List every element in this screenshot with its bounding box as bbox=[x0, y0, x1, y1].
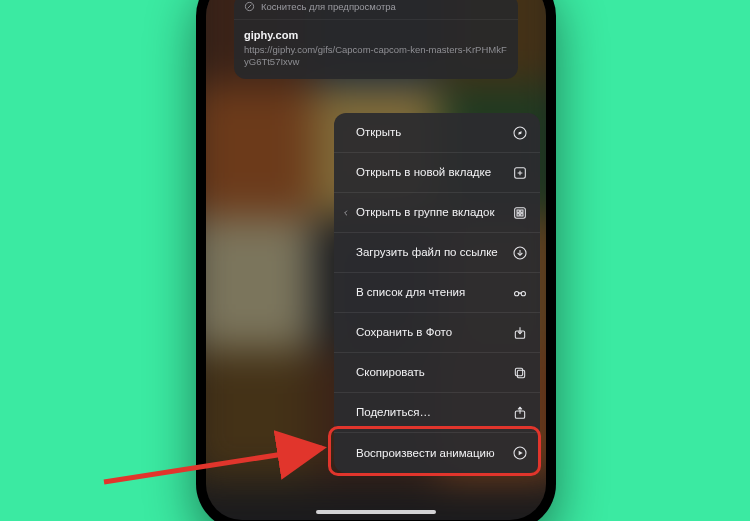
svg-rect-9 bbox=[521, 210, 523, 212]
context-menu: Открыть Открыть в новой вкладке bbox=[334, 113, 540, 473]
svg-marker-23 bbox=[519, 451, 523, 456]
menu-item-label: Воспроизвести анимацию bbox=[356, 446, 503, 460]
save-down-icon bbox=[512, 325, 528, 341]
phone-screen: Коснитесь для предпросмотра giphy.com ht… bbox=[206, 0, 546, 520]
preview-hint-text: Коснитесь для предпросмотра bbox=[261, 1, 396, 12]
plus-square-icon bbox=[512, 165, 528, 181]
home-indicator bbox=[316, 510, 436, 514]
menu-item-open-tab-group[interactable]: Открыть в группе вкладок bbox=[334, 193, 540, 233]
menu-item-label: Сохранить в Фото bbox=[356, 325, 460, 339]
menu-item-label: Открыть в новой вкладке bbox=[356, 165, 499, 179]
chevron-left-icon bbox=[341, 206, 351, 220]
play-circle-icon bbox=[512, 445, 528, 461]
menu-item-open[interactable]: Открыть bbox=[334, 113, 540, 153]
preview-url: https://giphy.com/gifs/Capcom-capcom-ken… bbox=[244, 44, 508, 68]
menu-item-download[interactable]: Загрузить файл по ссылке bbox=[334, 233, 540, 273]
svg-point-14 bbox=[515, 291, 519, 295]
menu-item-label: Загрузить файл по ссылке bbox=[356, 245, 506, 259]
phone-frame: Коснитесь для предпросмотра giphy.com ht… bbox=[196, 0, 556, 521]
preview-domain: giphy.com bbox=[244, 29, 508, 41]
preview-hint-row: Коснитесь для предпросмотра bbox=[234, 0, 518, 20]
svg-rect-18 bbox=[517, 370, 524, 377]
menu-item-save-photo[interactable]: Сохранить в Фото bbox=[334, 313, 540, 353]
svg-rect-10 bbox=[517, 213, 519, 215]
copy-icon bbox=[512, 365, 528, 381]
menu-item-share[interactable]: Поделиться… bbox=[334, 393, 540, 433]
svg-rect-11 bbox=[521, 213, 523, 215]
menu-item-reading-list[interactable]: В список для чтения bbox=[334, 273, 540, 313]
hint-icon bbox=[244, 1, 255, 12]
svg-marker-3 bbox=[518, 131, 521, 134]
menu-item-label: Скопировать bbox=[356, 365, 433, 379]
compass-icon bbox=[512, 125, 528, 141]
svg-line-1 bbox=[248, 5, 252, 9]
svg-point-15 bbox=[521, 291, 525, 295]
menu-item-open-new-tab[interactable]: Открыть в новой вкладке bbox=[334, 153, 540, 193]
menu-item-label: Открыть bbox=[356, 125, 409, 139]
svg-rect-7 bbox=[515, 207, 526, 218]
menu-item-label: Поделиться… bbox=[356, 405, 439, 419]
svg-rect-8 bbox=[517, 210, 519, 212]
link-preview-card[interactable]: Коснитесь для предпросмотра giphy.com ht… bbox=[234, 0, 518, 79]
grid-square-icon bbox=[512, 205, 528, 221]
share-icon bbox=[512, 405, 528, 421]
glasses-icon bbox=[512, 285, 528, 301]
svg-rect-19 bbox=[515, 368, 522, 375]
menu-item-label: В список для чтения bbox=[356, 285, 473, 299]
menu-item-copy[interactable]: Скопировать bbox=[334, 353, 540, 393]
download-icon bbox=[512, 245, 528, 261]
menu-item-label: Открыть в группе вкладок bbox=[356, 205, 502, 219]
menu-item-play-animation[interactable]: Воспроизвести анимацию bbox=[334, 433, 540, 473]
